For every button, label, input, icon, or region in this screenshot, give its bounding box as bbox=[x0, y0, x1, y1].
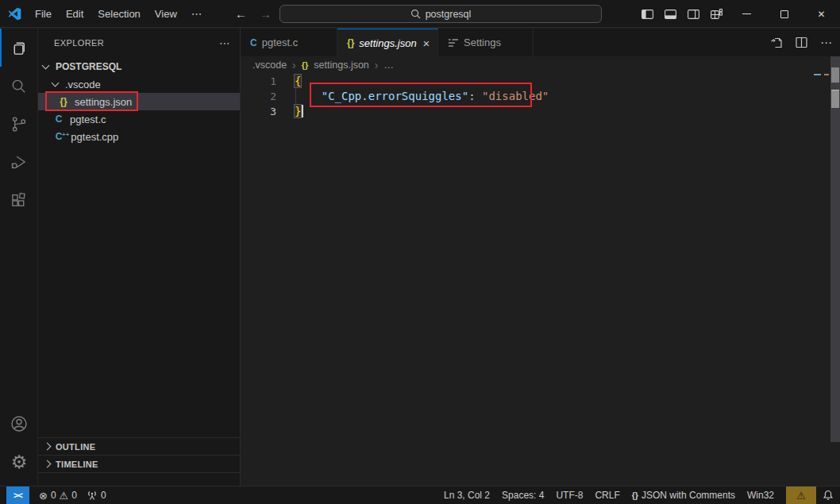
ports-icon bbox=[87, 490, 98, 501]
cursor-position[interactable]: Ln 3, Col 2 bbox=[444, 490, 490, 501]
title-bar: File Edit Selection View ⋯ ← → postgresq… bbox=[0, 0, 840, 28]
menu-edit[interactable]: Edit bbox=[59, 0, 91, 27]
command-center-search[interactable]: postgresql bbox=[279, 5, 602, 23]
line-number: 1 bbox=[241, 74, 276, 89]
file-label: pgtest.c bbox=[70, 113, 106, 125]
remote-indicator[interactable]: >< bbox=[6, 487, 29, 504]
search-query: postgresql bbox=[426, 9, 472, 20]
nav-forward-icon[interactable]: → bbox=[260, 7, 272, 21]
ports-status[interactable]: 0 bbox=[87, 490, 106, 501]
chevron-down-icon bbox=[42, 62, 50, 70]
menu-overflow-icon[interactable]: ⋯ bbox=[184, 7, 210, 20]
search-icon bbox=[410, 9, 421, 19]
maximize-button[interactable] bbox=[765, 0, 803, 28]
indentation[interactable]: Spaces: 4 bbox=[502, 490, 544, 501]
toggle-primary-sidebar-icon[interactable] bbox=[636, 0, 659, 28]
section-timeline[interactable]: TIMELINE bbox=[38, 455, 240, 472]
breadcrumb-file[interactable]: settings.json bbox=[314, 60, 368, 71]
eol-sequence[interactable]: CRLF bbox=[595, 490, 619, 501]
tree-root-folder[interactable]: POSTGRESQL bbox=[38, 58, 240, 75]
menu-selection[interactable]: Selection bbox=[91, 0, 147, 27]
breadcrumb: .vscode › {} settings.json › … bbox=[241, 56, 840, 74]
code-editor[interactable]: 1 { 2 "C_Cpp.errorSquiggles": "disabled"… bbox=[241, 74, 829, 119]
tree-file-pgtest-c[interactable]: C pgtest.c bbox=[38, 110, 240, 128]
status-bar: >< ⊗ 0 ⚠ 0 0 Ln 3, Col 2 Spaces: 4 UTF-8… bbox=[0, 486, 840, 504]
menu-file[interactable]: File bbox=[28, 0, 59, 27]
breadcrumb-folder[interactable]: .vscode bbox=[252, 60, 287, 71]
tab-pgtest-c[interactable]: C pgtest.c bbox=[241, 29, 337, 56]
json-value: "disabled" bbox=[482, 90, 549, 102]
menu-view[interactable]: View bbox=[148, 0, 184, 27]
code-line-2[interactable]: 2 "C_Cpp.errorSquiggles": "disabled" bbox=[241, 89, 829, 104]
sidebar-more-icon[interactable]: ⋯ bbox=[219, 37, 230, 49]
tree-file-settings-json[interactable]: {} settings.json bbox=[38, 93, 240, 110]
minimize-button[interactable] bbox=[728, 0, 765, 28]
explorer-icon[interactable] bbox=[0, 29, 37, 67]
customize-layout-icon[interactable] bbox=[705, 0, 728, 28]
tab-label: pgtest.c bbox=[262, 37, 299, 48]
encoding[interactable]: UTF-8 bbox=[556, 490, 583, 501]
toggle-panel-icon[interactable] bbox=[659, 0, 682, 28]
tab-label: settings.json bbox=[359, 37, 416, 49]
explorer-sidebar: EXPLORER ⋯ POSTGRESQL .vscode {} setting… bbox=[38, 29, 241, 486]
warning-count: 0 bbox=[71, 490, 77, 501]
chevron-right-icon bbox=[44, 443, 52, 451]
close-button[interactable]: ✕ bbox=[803, 0, 840, 28]
json-file-icon: {} bbox=[57, 96, 70, 107]
platform[interactable]: Win32 bbox=[747, 490, 774, 501]
tree-file-pgtest-cpp[interactable]: C ++ pgtest.cpp bbox=[38, 128, 240, 145]
file-label: pgtest.cpp bbox=[71, 131, 118, 143]
code-line-3[interactable]: 3 } bbox=[241, 104, 829, 119]
tab-settings[interactable]: Settings bbox=[438, 29, 534, 56]
c-file-icon: C bbox=[250, 37, 257, 48]
breadcrumb-symbol[interactable]: … bbox=[383, 60, 394, 71]
code-line-1[interactable]: 1 { bbox=[241, 74, 829, 89]
extensions-icon[interactable] bbox=[0, 181, 37, 219]
vscode-logo-icon bbox=[8, 7, 21, 21]
editor-more-actions-icon[interactable]: ⋯ bbox=[820, 36, 832, 50]
editor-group: C pgtest.c {} settings.json × Settings bbox=[241, 29, 840, 486]
chevron-right-icon bbox=[44, 460, 52, 468]
tree-folder-vscode[interactable]: .vscode bbox=[38, 75, 240, 93]
minimap[interactable] bbox=[824, 74, 829, 75]
settings-gear-icon[interactable]: ⚙ bbox=[0, 443, 38, 481]
toggle-secondary-sidebar-icon[interactable] bbox=[682, 0, 705, 28]
json-braces-icon: {} bbox=[632, 491, 638, 500]
tab-settings-json[interactable]: {} settings.json × bbox=[337, 29, 438, 56]
search-view-icon[interactable] bbox=[0, 67, 37, 105]
json-file-icon: {} bbox=[347, 37, 354, 48]
section-label: OUTLINE bbox=[56, 442, 95, 452]
notifications-bell-icon[interactable] bbox=[816, 487, 840, 504]
tab-bar: C pgtest.c {} settings.json × Settings bbox=[241, 29, 840, 56]
warning-badge[interactable]: ⚠ bbox=[786, 487, 816, 504]
warning-icon: ⚠ bbox=[60, 490, 69, 502]
breadcrumb-separator: › bbox=[375, 59, 379, 71]
tab-label: Settings bbox=[464, 37, 501, 48]
problems-status[interactable]: ⊗ 0 ⚠ 0 bbox=[39, 490, 77, 502]
source-control-icon[interactable] bbox=[0, 105, 37, 143]
minimap[interactable] bbox=[814, 74, 821, 75]
c-file-icon: C bbox=[52, 113, 65, 125]
account-icon[interactable] bbox=[0, 405, 38, 443]
chevron-down-icon bbox=[52, 79, 60, 87]
breadcrumb-separator: › bbox=[292, 59, 296, 71]
root-folder-label: POSTGRESQL bbox=[56, 61, 121, 72]
indent-guide bbox=[295, 89, 296, 104]
scrollbar-thumb[interactable] bbox=[831, 67, 839, 83]
activity-bar: ⚙ bbox=[0, 29, 38, 486]
open-settings-ui-icon[interactable] bbox=[770, 37, 783, 49]
cpp-file-icon-suffix: ++ bbox=[62, 131, 69, 138]
split-editor-icon[interactable] bbox=[796, 37, 807, 48]
settings-editor-icon bbox=[448, 38, 459, 48]
run-debug-icon[interactable] bbox=[0, 143, 37, 181]
folder-label: .vscode bbox=[65, 79, 101, 90]
tab-close-icon[interactable]: × bbox=[423, 37, 430, 50]
language-mode[interactable]: {} JSON with Comments bbox=[632, 490, 735, 501]
section-label: TIMELINE bbox=[56, 460, 98, 469]
text-cursor bbox=[302, 105, 303, 117]
ports-count: 0 bbox=[101, 490, 106, 501]
nav-back-icon[interactable]: ← bbox=[235, 7, 247, 21]
editor-scrollbar[interactable] bbox=[830, 56, 840, 442]
scrollbar-thumb[interactable] bbox=[831, 90, 839, 108]
section-outline[interactable]: OUTLINE bbox=[38, 437, 240, 455]
